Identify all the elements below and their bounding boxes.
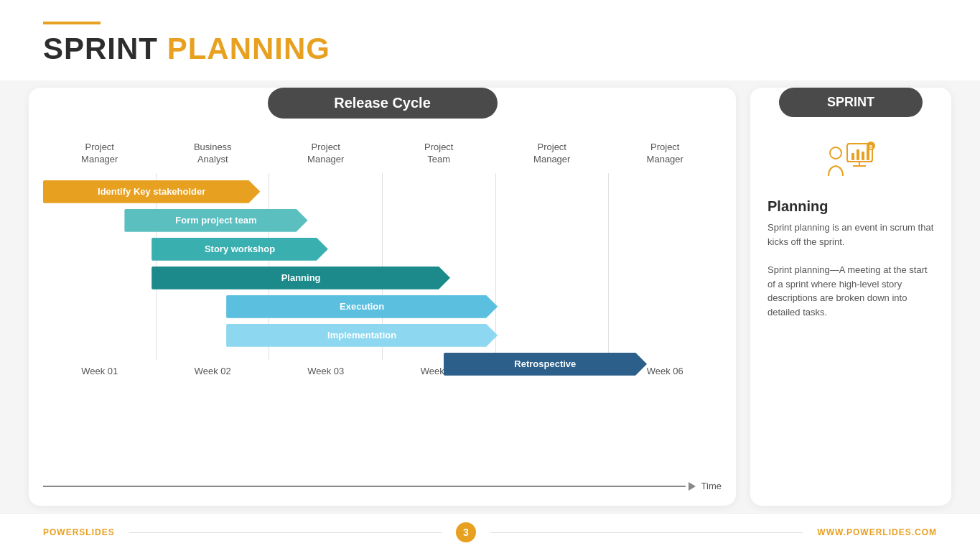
- svg-text:$: $: [869, 144, 873, 150]
- page: SPRINT PLANNING Release Cycle ProjectMan…: [0, 0, 980, 551]
- footer: POWERSLIDES 3 WWW.POWERLIDES.COM: [0, 513, 980, 551]
- title-sprint: SPRINT: [43, 32, 158, 65]
- col-header-3: ProjectTeam: [383, 142, 496, 166]
- header-accent-line: [43, 22, 101, 24]
- footer-line-left: [129, 532, 442, 533]
- title-planning: PLANNING: [167, 32, 330, 65]
- gantt-card: Release Cycle ProjectManager BusinessAna…: [29, 88, 736, 506]
- sprint-icon: $: [767, 140, 934, 190]
- main-content: Release Cycle ProjectManager BusinessAna…: [0, 80, 980, 513]
- sprint-description-2: Sprint planning—A meeting at the start o…: [767, 263, 934, 319]
- time-line: [43, 486, 686, 487]
- col-header-1: BusinessAnalyst: [157, 142, 270, 166]
- svg-point-10: [830, 147, 841, 159]
- footer-line-right: [490, 532, 803, 533]
- footer-brand: POWERSLIDES: [43, 527, 115, 537]
- footer-brand-black: POWER: [43, 527, 79, 537]
- sprint-section-title: Planning: [767, 198, 934, 215]
- bar-form-project-team: Form project team: [124, 209, 307, 232]
- col-header-4: ProjectManager: [495, 142, 609, 166]
- footer-website: WWW.POWERLIDES.COM: [817, 527, 937, 537]
- header: SPRINT PLANNING: [0, 0, 980, 80]
- week-label-2: Week 02: [157, 366, 270, 376]
- footer-brand-gold: SLIDES: [79, 527, 114, 537]
- v-line-5: [609, 173, 722, 360]
- time-axis: Time: [43, 481, 722, 491]
- page-title: SPRINT PLANNING: [43, 32, 937, 66]
- bar-execution: Execution: [226, 295, 498, 318]
- svg-rect-6: [862, 152, 864, 160]
- bar-implementation: Implementation: [226, 324, 498, 347]
- week-label-3: Week 03: [269, 366, 383, 376]
- svg-rect-5: [857, 149, 859, 160]
- col-header-2: ProjectManager: [269, 142, 383, 166]
- sprint-badge: SPRINT: [779, 88, 923, 117]
- week-label-1: Week 01: [43, 366, 157, 376]
- sprint-card: SPRINT $: [750, 88, 951, 506]
- bar-retrospective: Retrospective: [444, 353, 648, 376]
- bar-identify-key-stakeholder: Identify Key stakeholder: [43, 180, 260, 203]
- sprint-description-1: Sprint planning is an event in scrum tha…: [767, 221, 934, 249]
- v-line-4: [496, 173, 610, 360]
- gantt-rows: Identify Key stakeholder Form project te…: [43, 173, 722, 360]
- column-headers: ProjectManager BusinessAnalyst ProjectMa…: [43, 142, 722, 166]
- gantt-body: ProjectManager BusinessAnalyst ProjectMa…: [29, 134, 736, 478]
- bar-story-workshop: Story workshop: [151, 238, 328, 261]
- release-cycle-badge: Release Cycle: [268, 88, 498, 119]
- col-header-5: ProjectManager: [609, 142, 722, 166]
- col-header-0: ProjectManager: [43, 142, 157, 166]
- page-number: 3: [456, 522, 476, 542]
- bar-planning: Planning: [151, 267, 450, 290]
- time-arrow-icon: [689, 482, 696, 491]
- svg-rect-4: [851, 153, 854, 160]
- time-label: Time: [701, 481, 722, 491]
